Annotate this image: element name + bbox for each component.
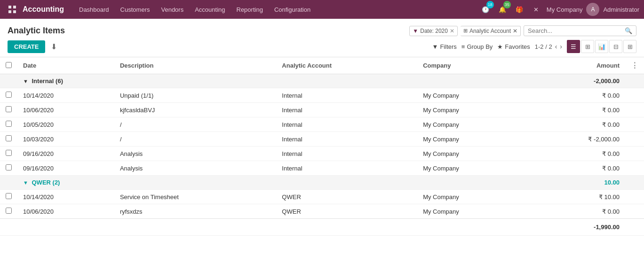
- table-row[interactable]: 10/14/2020 Unpaid (1/1) Internal My Comp…: [0, 88, 644, 103]
- row-company: My Company: [417, 204, 526, 219]
- row-description: ryfsxdzs: [114, 204, 276, 219]
- kanban-view-button[interactable]: ⊞: [581, 40, 594, 53]
- row-date: 10/06/2020: [17, 103, 114, 117]
- create-button[interactable]: CREATE: [8, 40, 45, 53]
- nav-customers[interactable]: Customers: [115, 0, 156, 19]
- activity-view-icon: ⊞: [628, 43, 633, 50]
- table-row[interactable]: 09/16/2020 Analysis Internal My Company …: [0, 147, 644, 161]
- group-amount-qwer: 10.00: [527, 176, 625, 190]
- row-checkbox[interactable]: [6, 121, 12, 127]
- group-row-internal[interactable]: ▼ Internal (6) -2,000.00: [0, 74, 644, 88]
- search-bar: ▼ Date: 2020 ✕ ⊞ Analytic Account ✕ 🔍: [409, 25, 636, 36]
- row-checkbox[interactable]: [6, 193, 12, 199]
- download-button[interactable]: ⬇: [49, 40, 59, 53]
- pivot-view-button[interactable]: ⊟: [609, 40, 622, 53]
- table-row[interactable]: 10/06/2020 ryfsxdzs QWER My Company ₹ 0.…: [0, 204, 644, 219]
- table-row[interactable]: 10/03/2020 / Internal My Company ₹ -2,00…: [0, 132, 644, 147]
- row-checkbox[interactable]: [6, 208, 12, 214]
- nav-configuration[interactable]: Configuration: [269, 0, 316, 19]
- filter-date-close[interactable]: ✕: [450, 28, 454, 34]
- filter-tag-analytic[interactable]: ⊞ Analytic Account ✕: [461, 26, 521, 36]
- kanban-view-icon: ⊞: [585, 43, 590, 50]
- clock-badge: 18: [486, 1, 494, 8]
- gift-icon-btn[interactable]: 🎁: [513, 3, 526, 16]
- row-company: My Company: [417, 147, 526, 161]
- nav-accounting[interactable]: Accounting: [189, 0, 231, 19]
- nav-dashboard[interactable]: Dashboard: [73, 0, 115, 19]
- row-checkbox[interactable]: [6, 92, 12, 98]
- table-row[interactable]: 10/05/2020 / Internal My Company ₹ 0.00: [0, 117, 644, 132]
- search-input-wrap: 🔍: [524, 25, 636, 36]
- filter-tag-date[interactable]: ▼ Date: 2020 ✕: [409, 26, 458, 36]
- total-label-cell: [0, 219, 527, 236]
- username[interactable]: Administrator: [603, 6, 639, 13]
- grid-menu-icon[interactable]: [5, 2, 20, 17]
- group-chevron-internal[interactable]: ▼: [23, 78, 28, 84]
- row-more: [625, 161, 644, 176]
- main-menu: Dashboard Customers Vendors Accounting R…: [73, 0, 479, 19]
- col-header-date: Date: [17, 57, 114, 74]
- row-checkbox-cell[interactable]: [0, 132, 17, 147]
- row-checkbox[interactable]: [6, 164, 12, 170]
- row-date: 10/14/2020: [17, 190, 114, 204]
- row-checkbox-cell[interactable]: [0, 103, 17, 117]
- row-checkbox-cell[interactable]: [0, 190, 17, 204]
- filters-label: Filters: [440, 43, 456, 50]
- list-view-button[interactable]: ☰: [567, 40, 580, 53]
- group-row-qwer[interactable]: ▼ QWER (2) 10.00: [0, 176, 644, 190]
- groupby-button[interactable]: ≡ Group By: [461, 43, 493, 50]
- group-checkbox-cell: [0, 74, 17, 88]
- row-checkbox-cell[interactable]: [0, 147, 17, 161]
- prev-page-button[interactable]: ‹: [555, 43, 557, 50]
- row-more: [625, 190, 644, 204]
- pagination-text: 1-2 / 2: [535, 43, 552, 50]
- svg-rect-0: [8, 6, 11, 8]
- more-options-icon[interactable]: ⋮: [631, 62, 638, 70]
- group-chevron-qwer[interactable]: ▼: [23, 180, 28, 185]
- row-checkbox[interactable]: [6, 135, 12, 141]
- row-description: kjfcasldaBVJ: [114, 103, 276, 117]
- row-checkbox-cell[interactable]: [0, 88, 17, 103]
- row-checkbox-cell[interactable]: [0, 204, 17, 219]
- group-name-internal: ▼ Internal (6): [17, 74, 527, 88]
- table-row[interactable]: 10/06/2020 kjfcasldaBVJ Internal My Comp…: [0, 103, 644, 117]
- search-input[interactable]: [528, 27, 625, 34]
- view-buttons: ☰ ⊞ 📊 ⊟ ⊞: [567, 40, 636, 53]
- nav-vendors[interactable]: Vendors: [155, 0, 189, 19]
- table-body: ▼ Internal (6) -2,000.00 10/14/2020 Unpa…: [0, 74, 644, 236]
- chart-view-button[interactable]: 📊: [595, 40, 608, 53]
- brand-name: Accounting: [23, 5, 64, 14]
- next-page-button[interactable]: ›: [560, 43, 562, 50]
- row-date: 09/16/2020: [17, 147, 114, 161]
- filters-button[interactable]: ▼ Filters: [432, 43, 457, 50]
- activity-view-button[interactable]: ⊞: [623, 40, 636, 53]
- row-company: My Company: [417, 190, 526, 204]
- table-row[interactable]: 09/16/2020 Analysis Internal My Company …: [0, 161, 644, 176]
- row-checkbox-cell[interactable]: [0, 161, 17, 176]
- total-more: [625, 219, 644, 236]
- topnav: Accounting Dashboard Customers Vendors A…: [0, 0, 644, 19]
- groupby-label: Group By: [467, 43, 493, 50]
- header-select-all[interactable]: [0, 57, 17, 74]
- bell-icon-btn[interactable]: 🔔 35: [496, 3, 509, 16]
- svg-rect-3: [13, 10, 16, 13]
- row-checkbox[interactable]: [6, 106, 12, 112]
- company-name[interactable]: My Company: [547, 6, 583, 13]
- row-description: /: [114, 132, 276, 147]
- filter-analytic-close[interactable]: ✕: [513, 28, 517, 34]
- clock-icon-btn[interactable]: 🕐 18: [479, 3, 492, 16]
- funnel-icon: ▼: [413, 28, 418, 34]
- select-all-checkbox[interactable]: [6, 62, 12, 68]
- row-checkbox[interactable]: [6, 150, 12, 156]
- close-icon-btn[interactable]: ✕: [530, 3, 543, 16]
- avatar[interactable]: A: [586, 3, 599, 16]
- row-company: My Company: [417, 117, 526, 132]
- table-row[interactable]: 10/14/2020 Service on Timesheet QWER My …: [0, 190, 644, 204]
- row-date: 10/05/2020: [17, 117, 114, 132]
- action-right: ▼ Filters ≡ Group By ★ Favorites 1-2 / 2…: [432, 40, 636, 53]
- row-description: /: [114, 117, 276, 132]
- search-icon[interactable]: 🔍: [625, 27, 632, 34]
- row-checkbox-cell[interactable]: [0, 117, 17, 132]
- favorites-button[interactable]: ★ Favorites: [497, 43, 530, 50]
- nav-reporting[interactable]: Reporting: [231, 0, 269, 19]
